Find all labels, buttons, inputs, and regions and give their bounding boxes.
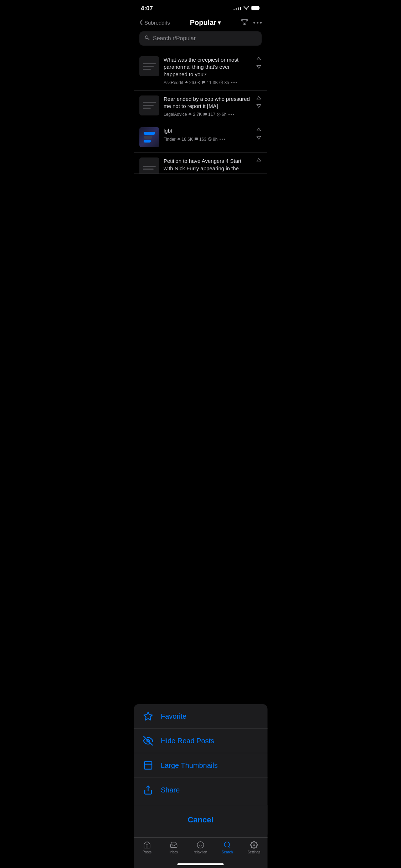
- search-container: Search r/Popular: [134, 31, 267, 51]
- post-content: Rear ended by a cop who pressured me not…: [164, 95, 252, 117]
- post-thumbnail: [139, 56, 159, 76]
- battery-icon: [251, 5, 260, 12]
- chevron-down-icon: ▾: [218, 19, 221, 26]
- search-placeholder: Search r/Popular: [153, 35, 196, 42]
- table-row[interactable]: lgbt Tinder 18.6K 163 8h: [134, 122, 267, 153]
- posts-list: What was the creepiest or most paranorma…: [134, 51, 267, 174]
- post-title: What was the creepiest or most paranorma…: [164, 56, 252, 78]
- post-title: Petition to have Avengers 4 Start with N…: [164, 157, 252, 172]
- more-options-button[interactable]: [253, 22, 262, 24]
- status-icons: [233, 5, 260, 12]
- post-thumbnail: [139, 127, 159, 147]
- post-upvotes: 2.7K: [188, 112, 202, 117]
- status-bar: 4:07: [134, 0, 267, 15]
- nav-title[interactable]: Popular ▾: [190, 19, 221, 27]
- nav-bar: Subreddits Popular ▾: [134, 15, 267, 31]
- post-vote[interactable]: [256, 56, 262, 69]
- status-time: 4:07: [141, 5, 153, 12]
- search-icon: [144, 35, 150, 42]
- post-more-dots: [228, 114, 234, 115]
- post-content: What was the creepiest or most paranorma…: [164, 56, 252, 85]
- post-vote[interactable]: [256, 157, 262, 163]
- post-content: Petition to have Avengers 4 Start with N…: [164, 157, 252, 174]
- post-subreddit: LegalAdvice: [164, 112, 187, 117]
- post-thumbnail: [139, 95, 159, 115]
- back-button[interactable]: Subreddits: [139, 20, 170, 26]
- nav-actions: [241, 18, 262, 27]
- wifi-icon: [243, 5, 249, 12]
- post-title: lgbt: [164, 127, 252, 134]
- post-more-dots: [231, 82, 237, 83]
- svg-rect-0: [252, 6, 259, 10]
- post-content: lgbt Tinder 18.6K 163 8h: [164, 127, 252, 141]
- back-label: Subreddits: [144, 20, 170, 26]
- post-vote[interactable]: [256, 127, 262, 140]
- post-meta: Tinder 18.6K 163 8h: [164, 137, 252, 142]
- post-more-dots: [220, 139, 225, 140]
- post-thumbnail: [139, 157, 159, 174]
- post-meta: AskReddit 26.0K 11.3K 8h: [164, 80, 252, 85]
- table-row[interactable]: Petition to have Avengers 4 Start with N…: [134, 153, 267, 174]
- post-time: 8h: [219, 80, 229, 85]
- nav-title-text: Popular: [190, 19, 216, 27]
- post-subreddit: Tinder: [164, 137, 176, 142]
- post-upvotes: 26.0K: [185, 80, 200, 85]
- table-row[interactable]: What was the creepiest or most paranorma…: [134, 51, 267, 91]
- post-subreddit: AskReddit: [164, 80, 183, 85]
- post-upvotes: 18.6K: [177, 137, 193, 142]
- table-row[interactable]: Rear ended by a cop who pressured me not…: [134, 91, 267, 123]
- post-comments: 11.3K: [202, 80, 218, 85]
- trophy-icon[interactable]: [241, 18, 248, 27]
- post-title: Rear ended by a cop who pressured me not…: [164, 95, 252, 110]
- post-vote[interactable]: [256, 95, 262, 108]
- post-meta: LegalAdvice 2.7K 117 6h: [164, 112, 252, 117]
- post-comments: 117: [203, 112, 215, 117]
- post-time: 8h: [208, 137, 217, 142]
- search-bar[interactable]: Search r/Popular: [139, 31, 262, 46]
- signal-icon: [233, 7, 241, 10]
- post-comments: 163: [194, 137, 206, 142]
- svg-rect-1: [259, 7, 260, 9]
- post-time: 6h: [217, 112, 226, 117]
